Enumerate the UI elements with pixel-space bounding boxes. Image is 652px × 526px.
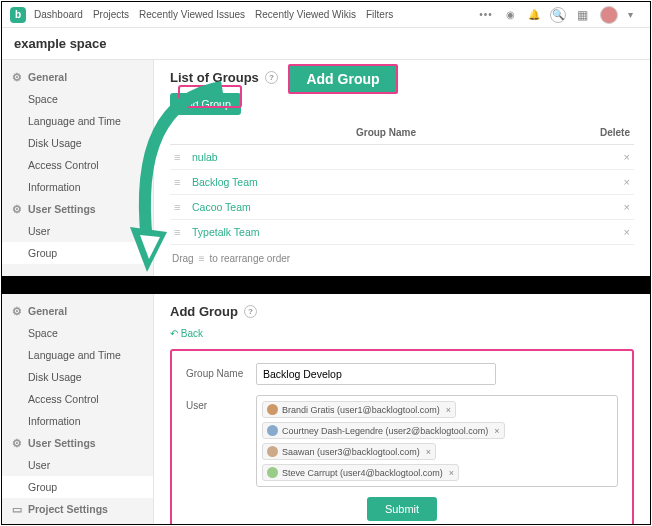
nav-recent-wikis[interactable]: Recently Viewed Wikis: [255, 9, 356, 20]
user-tag-input[interactable]: Brandi Gratis (user1@backlogtool.com)× C…: [256, 395, 618, 487]
sidebar-section-label: General: [28, 305, 67, 317]
watch-icon[interactable]: ◉: [502, 7, 518, 23]
drag-handle-icon[interactable]: ≡: [170, 170, 188, 195]
sidebar-section-label: Project Settings: [28, 503, 108, 515]
sidebar-section-user: ⚙ User Settings: [2, 432, 153, 454]
group-link[interactable]: nulab: [192, 151, 218, 163]
box-icon: ▭: [12, 503, 22, 515]
remove-tag-icon[interactable]: ×: [449, 468, 454, 478]
drag-hint-suffix: to rearrange order: [210, 253, 291, 264]
drag-handle-icon[interactable]: ≡: [170, 195, 188, 220]
sidebar-item-group[interactable]: Group: [2, 476, 153, 498]
drag-hint: Drag ≡ to rearrange order: [170, 245, 634, 272]
sidebar-item-access[interactable]: Access Control: [2, 154, 153, 176]
user-tag-label: Saawan (user3@backlogtool.com): [282, 447, 420, 457]
avatar[interactable]: [600, 6, 618, 24]
form-heading-text: Add Group: [170, 304, 238, 319]
avatar-icon: [267, 446, 278, 457]
chevron-down-icon[interactable]: ▾: [622, 7, 638, 23]
bell-icon[interactable]: 🔔: [526, 7, 542, 23]
screenshot-divider: [2, 276, 650, 294]
sidebar-item-project[interactable]: Project: [2, 520, 153, 525]
sidebar-item-information[interactable]: Information: [2, 176, 153, 198]
list-heading-text: List of Groups: [170, 70, 259, 85]
sidebar-item-information[interactable]: Information: [2, 410, 153, 432]
group-name-label: Group Name: [186, 363, 256, 379]
sidebar-item-language[interactable]: Language and Time: [2, 110, 153, 132]
table-row: ≡ Cacoo Team ×: [170, 195, 634, 220]
table-row: ≡ nulab ×: [170, 145, 634, 170]
user-tag: Saawan (user3@backlogtool.com)×: [262, 443, 436, 460]
submit-button[interactable]: Submit: [367, 497, 437, 521]
sidebar-section-general: ⚙ General: [2, 300, 153, 322]
drag-handle-icon[interactable]: ≡: [170, 220, 188, 245]
delete-row[interactable]: ×: [584, 220, 634, 245]
sidebar-section-label: User Settings: [28, 437, 96, 449]
gear-icon: ⚙: [12, 305, 22, 317]
sidebar-section-user: ⚙ User Settings: [2, 198, 153, 220]
callout-highlight: [178, 85, 242, 108]
user-tag-label: Steve Carrupt (user4@backlogtool.com): [282, 468, 443, 478]
sidebar-section-label: User Settings: [28, 203, 96, 215]
user-tag-label: Brandi Gratis (user1@backlogtool.com): [282, 405, 440, 415]
group-link[interactable]: Backlog Team: [192, 176, 258, 188]
group-name-input[interactable]: [256, 363, 496, 385]
nav-recent-issues[interactable]: Recently Viewed Issues: [139, 9, 245, 20]
user-tag: Brandi Gratis (user1@backlogtool.com)×: [262, 401, 456, 418]
sidebar-section-label: General: [28, 71, 67, 83]
nav-filters[interactable]: Filters: [366, 9, 393, 20]
sidebar-item-access[interactable]: Access Control: [2, 388, 153, 410]
sidebar-item-disk[interactable]: Disk Usage: [2, 366, 153, 388]
form-content: Add Group ? ↶ Back Group Name User Brand…: [154, 294, 650, 525]
remove-tag-icon[interactable]: ×: [446, 405, 451, 415]
sidebar-item-space[interactable]: Space: [2, 88, 153, 110]
top-nav: b Dashboard Projects Recently Viewed Iss…: [2, 2, 650, 28]
app-logo: b: [10, 7, 26, 23]
search-icon[interactable]: 🔍: [550, 7, 566, 23]
user-tag: Courtney Dash-Legendre (user2@backlogtoo…: [262, 422, 505, 439]
avatar-icon: [267, 467, 278, 478]
table-row: ≡ Typetalk Team ×: [170, 220, 634, 245]
remove-tag-icon[interactable]: ×: [494, 426, 499, 436]
back-label: Back: [181, 328, 203, 339]
sidebar-item-language[interactable]: Language and Time: [2, 344, 153, 366]
sidebar-top: ⚙ General Space Language and Time Disk U…: [2, 60, 154, 276]
sidebar-item-space[interactable]: Space: [2, 322, 153, 344]
sidebar-item-user[interactable]: User: [2, 220, 153, 242]
drag-hint-prefix: Drag: [172, 253, 194, 264]
col-group-name: Group Name: [188, 121, 584, 145]
nav-projects[interactable]: Projects: [93, 9, 129, 20]
avatar-icon: [267, 404, 278, 415]
more-icon[interactable]: •••: [478, 7, 494, 23]
sidebar-section-general: ⚙ General: [2, 66, 153, 88]
back-link[interactable]: ↶ Back: [170, 328, 203, 339]
delete-row[interactable]: ×: [584, 170, 634, 195]
remove-tag-icon[interactable]: ×: [426, 447, 431, 457]
apps-icon[interactable]: ▦: [574, 7, 590, 23]
group-link[interactable]: Typetalk Team: [192, 226, 260, 238]
user-tag-label: Courtney Dash-Legendre (user2@backlogtoo…: [282, 426, 488, 436]
sidebar-item-disk[interactable]: Disk Usage: [2, 132, 153, 154]
group-link[interactable]: Cacoo Team: [192, 201, 251, 213]
gear-icon: ⚙: [12, 71, 22, 83]
callout-add-group: Add Group: [288, 64, 398, 94]
help-icon[interactable]: ?: [244, 305, 257, 318]
groups-table: Group Name Delete ≡ nulab × ≡ Backlog Te…: [170, 121, 634, 245]
avatar-icon: [267, 425, 278, 436]
sidebar-item-group[interactable]: Group: [2, 242, 153, 264]
sidebar-section-project: ▭ Project Settings: [2, 498, 153, 520]
space-title: example space: [2, 28, 650, 60]
col-delete: Delete: [584, 121, 634, 145]
delete-row[interactable]: ×: [584, 145, 634, 170]
user-label: User: [186, 395, 256, 411]
sidebar-bottom: ⚙ General Space Language and Time Disk U…: [2, 294, 154, 525]
sidebar-item-user[interactable]: User: [2, 454, 153, 476]
nav-dashboard[interactable]: Dashboard: [34, 9, 83, 20]
add-group-form: Group Name User Brandi Gratis (user1@bac…: [170, 349, 634, 525]
user-icon: ⚙: [12, 203, 22, 215]
help-icon[interactable]: ?: [265, 71, 278, 84]
user-icon: ⚙: [12, 437, 22, 449]
delete-row[interactable]: ×: [584, 195, 634, 220]
user-tag: Steve Carrupt (user4@backlogtool.com)×: [262, 464, 459, 481]
drag-handle-icon[interactable]: ≡: [170, 145, 188, 170]
